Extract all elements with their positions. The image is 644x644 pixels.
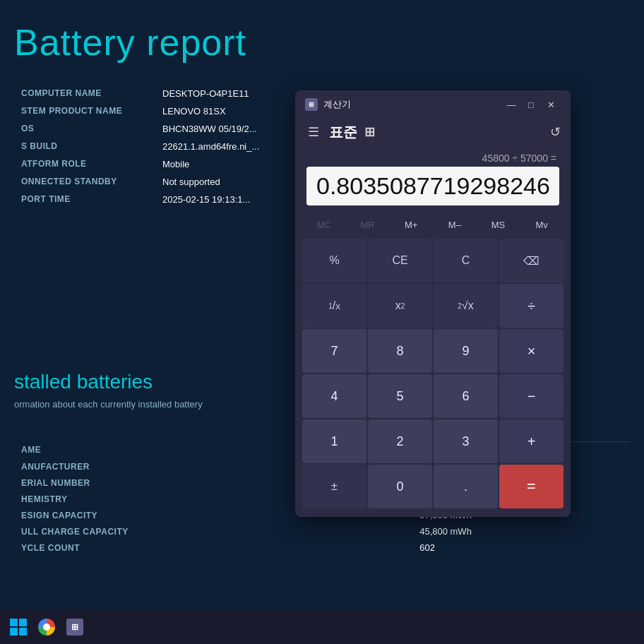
calculator-taskbar-button[interactable]: ⊞ <box>62 614 88 640</box>
multiply-button[interactable]: × <box>499 329 564 373</box>
calculator-taskbar-icon: ⊞ <box>66 619 83 636</box>
nine-button[interactable]: 9 <box>434 329 498 373</box>
app-icon: ⊞ <box>305 98 318 111</box>
calc-display: 45800 ÷ 57000 = 0.8035087719298246 <box>295 148 571 211</box>
chrome-icon <box>38 619 55 636</box>
calc-buttons-grid: % CE C ⌫ 1/x x2 2√x ÷ 7 8 9 × 4 5 6 − 1 … <box>295 236 571 517</box>
windows-icon <box>10 619 27 636</box>
square-button[interactable]: x2 <box>368 284 432 328</box>
five-button[interactable]: 5 <box>368 374 432 418</box>
negate-button[interactable]: ± <box>302 465 366 508</box>
field-label: S BUILD <box>14 138 155 155</box>
memory-row: MC MR M+ M– MS Mv <box>295 211 571 236</box>
eight-button[interactable]: 8 <box>368 329 432 373</box>
six-button[interactable]: 6 <box>434 374 498 418</box>
two-button[interactable]: 2 <box>368 419 432 463</box>
calculator-window: ⊞ 계산기 — □ ✕ ☰ 표준 ⊞ ↺ 45800 ÷ 57000 = 0.8… <box>295 90 571 517</box>
table-row: ULL CHARGE CAPACITY 45,800 mWh <box>14 523 630 539</box>
field-label: YCLE COUNT <box>14 539 412 556</box>
divide-button[interactable]: ÷ <box>499 284 564 328</box>
expression-display: 45800 ÷ 57000 = <box>306 151 559 167</box>
four-button[interactable]: 4 <box>302 374 366 418</box>
decimal-button[interactable]: . <box>434 465 498 508</box>
clear-button[interactable]: C <box>434 239 498 282</box>
calc-header: ☰ 표준 ⊞ ↺ <box>295 119 571 148</box>
history-button[interactable]: ↺ <box>550 124 561 140</box>
report-title: Battery report <box>14 21 630 64</box>
equals-button[interactable]: = <box>499 465 564 508</box>
table-row: YCLE COUNT 602 <box>14 539 630 556</box>
field-label: ATFORM ROLE <box>14 155 155 173</box>
add-button[interactable]: + <box>499 419 564 463</box>
field-value: 45,800 mWh <box>412 523 630 539</box>
field-value: 602 <box>412 539 630 556</box>
chrome-button[interactable] <box>34 614 59 640</box>
three-button[interactable]: 3 <box>434 419 498 463</box>
reciprocal-button[interactable]: 1/x <box>302 284 366 328</box>
field-label: ULL CHARGE CAPACITY <box>14 523 412 539</box>
seven-button[interactable]: 7 <box>302 329 366 373</box>
memory-store-button[interactable]: MS <box>477 215 520 234</box>
windows-start-button[interactable] <box>6 614 31 640</box>
titlebar: ⊞ 계산기 — □ ✕ <box>295 90 571 119</box>
memory-subtract-button[interactable]: M– <box>433 215 477 234</box>
minimize-button[interactable]: — <box>501 95 521 114</box>
percent-button[interactable]: % <box>302 239 366 282</box>
memory-add-button[interactable]: M+ <box>389 215 433 234</box>
field-label: OS <box>14 120 155 138</box>
result-display: 0.8035087719298246 <box>306 167 559 205</box>
mode-label: 표준 <box>329 123 357 142</box>
field-label: STEM PRODUCT NAME <box>14 102 155 120</box>
memory-clear-button[interactable]: MC <box>302 215 346 234</box>
subtract-button[interactable]: − <box>499 374 564 418</box>
memory-view-button[interactable]: Mv <box>520 215 564 234</box>
hamburger-menu-icon[interactable]: ☰ <box>305 121 322 143</box>
window-title: 계산기 <box>323 98 501 111</box>
maximize-button[interactable]: □ <box>521 95 541 114</box>
one-button[interactable]: 1 <box>302 419 366 463</box>
memory-recall-button[interactable]: MR <box>346 215 390 234</box>
field-label: PORT TIME <box>14 191 155 208</box>
close-button[interactable]: ✕ <box>541 95 561 114</box>
calc-mode: 표준 ⊞ <box>329 123 543 142</box>
field-label: COMPUTER NAME <box>14 85 155 102</box>
zero-button[interactable]: 0 <box>368 465 432 508</box>
field-label: ONNECTED STANDBY <box>14 173 155 191</box>
sqrt-button[interactable]: 2√x <box>434 284 498 328</box>
taskbar: ⊞ <box>0 610 644 644</box>
ce-button[interactable]: CE <box>368 239 432 282</box>
mode-icon: ⊞ <box>364 124 375 140</box>
backspace-button[interactable]: ⌫ <box>499 239 564 282</box>
